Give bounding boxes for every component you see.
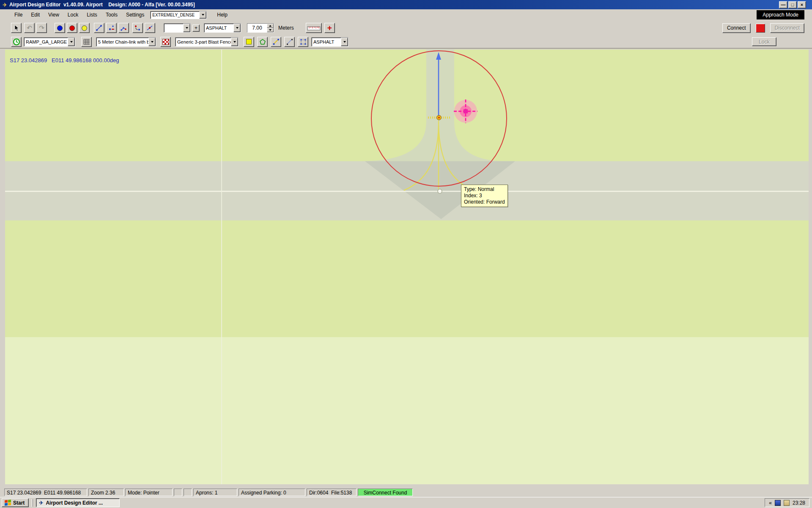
ramp-type-select-dropdown[interactable] bbox=[68, 38, 75, 46]
add-blue-node-button[interactable] bbox=[55, 23, 65, 33]
density-select-dropdown[interactable] bbox=[199, 11, 206, 19]
width-spin-buttons bbox=[267, 24, 274, 32]
grid-tool-button[interactable] bbox=[81, 37, 92, 47]
paint-area-tool-button[interactable] bbox=[244, 37, 254, 47]
fence-type-select-dropdown[interactable] bbox=[148, 38, 156, 46]
close-button[interactable]: × bbox=[798, 1, 806, 8]
redo-button[interactable]: ↷ bbox=[36, 23, 47, 33]
blue-node-icon bbox=[57, 25, 63, 31]
surface-type-select-dropdown[interactable] bbox=[233, 24, 241, 32]
approach-mode-indicator[interactable]: Approach Mode bbox=[757, 10, 804, 19]
minimize-button[interactable]: — bbox=[779, 1, 787, 8]
system-tray: « 23:28 bbox=[765, 498, 809, 507]
tooltip-oriented: Oriented: Forward bbox=[464, 199, 505, 205]
density-select[interactable]: EXTREMELY_DENSE bbox=[150, 11, 207, 19]
measure-tool-button[interactable] bbox=[306, 23, 322, 33]
menu-lists[interactable]: Lists bbox=[82, 10, 102, 19]
append-link-tool-button[interactable] bbox=[118, 23, 129, 33]
chevron-down-icon bbox=[236, 27, 239, 29]
menu-settings[interactable]: Settings bbox=[122, 10, 148, 19]
map-art bbox=[5, 50, 809, 484]
window-controls: — □ × bbox=[779, 1, 806, 8]
yellow-square-icon bbox=[246, 39, 252, 44]
bounds-tool-button[interactable] bbox=[298, 37, 308, 47]
statusbar: S17 23.042869 E011 49.986168 Zoom 2.36 M… bbox=[0, 488, 812, 497]
minimize-icon: — bbox=[781, 3, 786, 7]
menu-tools[interactable]: Tools bbox=[102, 10, 122, 19]
fence-type-select[interactable]: 5 Meter Chain-link with be bbox=[96, 37, 156, 47]
menu-lock[interactable]: Lock bbox=[63, 10, 82, 19]
connect-button[interactable]: Connect bbox=[722, 23, 751, 33]
chevron-down-icon bbox=[343, 41, 346, 43]
tooltip-index: Index: 3 bbox=[464, 193, 505, 199]
status-mode: Mode: Pointer bbox=[125, 489, 173, 496]
start-button[interactable]: Start bbox=[2, 498, 29, 507]
apron-surface-select-dropdown[interactable] bbox=[341, 38, 348, 46]
width-unit-label: Meters bbox=[278, 25, 294, 31]
disconnect-button[interactable]: Disconnect bbox=[770, 23, 804, 33]
titlebar[interactable]: ✈ Airport Design Editor v1.40.09. Airpor… bbox=[0, 0, 812, 9]
add-yellow-node-button[interactable] bbox=[79, 23, 90, 33]
spin-down-button[interactable] bbox=[267, 28, 274, 32]
ramp-type-select-value: RAMP_GA_LARGE bbox=[24, 38, 68, 46]
rotate-node-tool-button[interactable] bbox=[132, 23, 143, 33]
blast-fence-select[interactable]: Generic 3-part Blast Fence bbox=[175, 37, 239, 47]
lock-button[interactable]: Lock bbox=[752, 37, 776, 46]
pointer-tool-button[interactable] bbox=[11, 23, 22, 33]
hold-point-tool-button[interactable] bbox=[11, 37, 22, 47]
tray-display-icon[interactable] bbox=[775, 500, 781, 506]
pentagon-icon bbox=[259, 39, 266, 45]
status-file-info: Dir:0604 File:5138 bbox=[307, 489, 357, 496]
connection-status-indicator bbox=[756, 24, 765, 33]
undo-button[interactable]: ↶ bbox=[24, 23, 35, 33]
width-spinner[interactable] bbox=[247, 23, 274, 33]
green-clock-icon bbox=[13, 38, 20, 46]
ramp-type-select[interactable]: RAMP_GA_LARGE bbox=[24, 37, 75, 47]
red-node-icon bbox=[69, 25, 75, 31]
taskbar-grip bbox=[32, 499, 33, 507]
rotate-node-icon bbox=[134, 25, 141, 31]
taskbar-clock[interactable]: 23:28 bbox=[793, 500, 805, 506]
density-select-value: EXTREMELY_DENSE bbox=[151, 11, 199, 19]
maximize-icon: □ bbox=[791, 3, 794, 7]
link-line-icon bbox=[96, 25, 103, 31]
task-button-label: Airport Design Editor ... bbox=[46, 500, 103, 506]
terrain-light bbox=[5, 337, 809, 484]
tray-collapse-chevron[interactable]: « bbox=[769, 500, 772, 506]
target-center-handle[interactable] bbox=[464, 109, 468, 113]
crosshair-tool-button[interactable]: + bbox=[324, 23, 335, 33]
tray-monitor-icon[interactable] bbox=[784, 500, 790, 506]
vector-line-tool-button[interactable] bbox=[284, 37, 295, 47]
split-link-tool-button[interactable] bbox=[145, 23, 155, 33]
width-input[interactable] bbox=[247, 24, 267, 32]
menu-edit[interactable]: Edit bbox=[27, 10, 44, 19]
link-type-select-dropdown[interactable] bbox=[183, 24, 190, 32]
status-aprons: Aprons: 1 bbox=[193, 489, 237, 496]
add-red-node-button[interactable] bbox=[67, 23, 77, 33]
add-item-button[interactable]: + bbox=[192, 25, 200, 32]
path-node[interactable] bbox=[438, 189, 442, 193]
selected-node[interactable] bbox=[437, 115, 442, 120]
spin-up-button[interactable] bbox=[267, 24, 274, 28]
maximize-button[interactable]: □ bbox=[788, 1, 797, 8]
airport-design-editor-window: ✈ Airport Design Editor v1.40.09. Airpor… bbox=[0, 0, 812, 508]
menubar: File Edit View Lock Lists Tools Settings… bbox=[0, 9, 812, 20]
apron-surface-select[interactable]: ASPHALT bbox=[311, 37, 348, 47]
map-canvas[interactable]: S17 23.042869 E011 49.986168 000.00deg T… bbox=[5, 50, 809, 484]
menu-help[interactable]: Help bbox=[213, 10, 232, 19]
blast-fence-select-value: Generic 3-part Blast Fence bbox=[176, 38, 231, 46]
menu-file[interactable]: File bbox=[10, 10, 27, 19]
boundary-line bbox=[221, 50, 222, 484]
task-button-ade[interactable]: ✈ Airport Design Editor ... bbox=[36, 498, 120, 507]
blast-fence-select-dropdown[interactable] bbox=[231, 38, 238, 46]
surface-type-select[interactable]: ASPHALT bbox=[204, 23, 241, 33]
canvas-frame: S17 23.042869 E011 49.986168 000.00deg T… bbox=[0, 48, 812, 488]
slope-line-tool-button[interactable] bbox=[271, 37, 281, 47]
chevron-down-icon bbox=[70, 41, 73, 43]
link-type-select[interactable] bbox=[164, 23, 191, 33]
menu-view[interactable]: View bbox=[44, 10, 63, 19]
polygon-tool-button[interactable] bbox=[257, 37, 268, 47]
draw-link-tool-button[interactable] bbox=[94, 23, 104, 33]
insert-node-tool-button[interactable] bbox=[106, 23, 117, 33]
fence-tool-button[interactable] bbox=[160, 37, 171, 47]
